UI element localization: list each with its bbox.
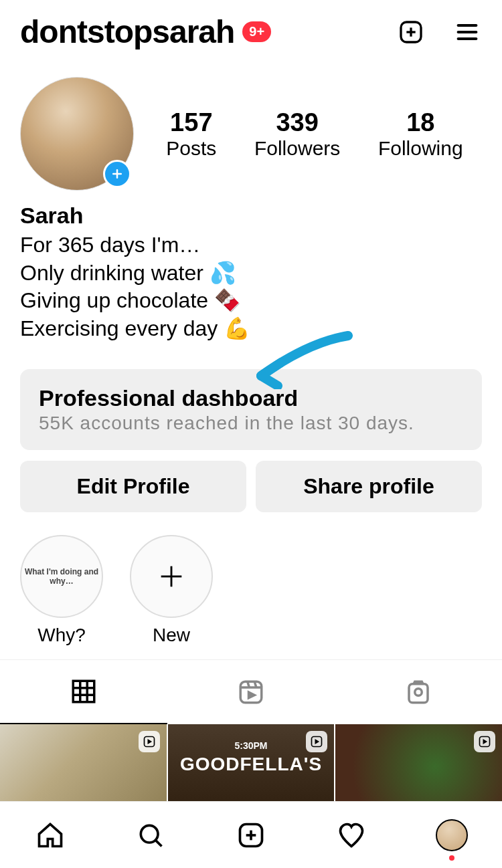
highlight-why[interactable]: What I'm doing and why… Why? <box>20 535 103 646</box>
post-overlay-brand: GOODFELLA'S <box>168 754 335 775</box>
username[interactable]: dontstopsarah <box>20 13 234 50</box>
posts-label: Posts <box>166 137 216 160</box>
following-count: 18 <box>378 108 463 137</box>
followers-count: 339 <box>254 108 340 137</box>
notifications-badge[interactable]: 9+ <box>242 21 271 42</box>
following-stat[interactable]: 18 Following <box>378 108 463 160</box>
bio-line-1: For 365 days I'm… <box>20 231 482 259</box>
tab-tagged[interactable] <box>335 660 502 724</box>
nav-search[interactable] <box>135 819 167 851</box>
svg-rect-10 <box>73 681 94 703</box>
followers-stat[interactable]: 339 Followers <box>254 108 340 160</box>
tab-grid[interactable] <box>0 660 167 724</box>
nav-avatar-image <box>436 819 468 851</box>
tab-reels[interactable] <box>167 660 335 724</box>
dashboard-subtitle: 55K accounts reached in the last 30 days… <box>39 413 463 434</box>
edit-profile-button[interactable]: Edit Profile <box>20 461 246 512</box>
create-button[interactable] <box>396 17 426 47</box>
bio-line-3: Giving up chocolate 🍫 <box>20 287 482 315</box>
dashboard-title: Professional dashboard <box>39 385 463 411</box>
highlight-thumb: What I'm doing and why… <box>20 535 103 618</box>
following-label: Following <box>378 137 463 160</box>
bio-line-2: Only drinking water 💦 <box>20 259 482 288</box>
menu-button[interactable] <box>452 17 482 47</box>
posts-count: 157 <box>166 108 216 137</box>
highlight-label: Why? <box>20 625 103 646</box>
add-story-icon[interactable] <box>103 160 131 188</box>
bio-line-4: Exercising every day 💪 <box>20 315 482 343</box>
new-highlight-label: New <box>130 625 213 646</box>
add-highlight-button[interactable]: New <box>130 535 213 646</box>
profile-avatar[interactable] <box>20 77 134 191</box>
svg-point-20 <box>415 689 422 696</box>
reel-icon <box>139 731 160 752</box>
followers-label: Followers <box>254 137 340 160</box>
svg-line-25 <box>155 840 161 846</box>
svg-point-24 <box>141 825 158 843</box>
nav-notification-dot <box>449 855 454 861</box>
nav-profile[interactable] <box>436 819 468 851</box>
nav-home[interactable] <box>34 819 66 851</box>
bio-section: Sarah For 365 days I'm… Only drinking wa… <box>0 191 502 349</box>
share-profile-button[interactable]: Share profile <box>256 461 482 512</box>
nav-activity[interactable] <box>335 819 367 851</box>
reel-icon <box>474 731 495 752</box>
svg-rect-19 <box>409 684 428 703</box>
reel-icon <box>306 731 327 752</box>
display-name: Sarah <box>20 203 482 229</box>
plus-icon <box>130 535 213 618</box>
professional-dashboard[interactable]: Professional dashboard 55K accounts reac… <box>20 369 482 450</box>
posts-stat[interactable]: 157 Posts <box>166 108 216 160</box>
nav-create[interactable] <box>235 819 267 851</box>
